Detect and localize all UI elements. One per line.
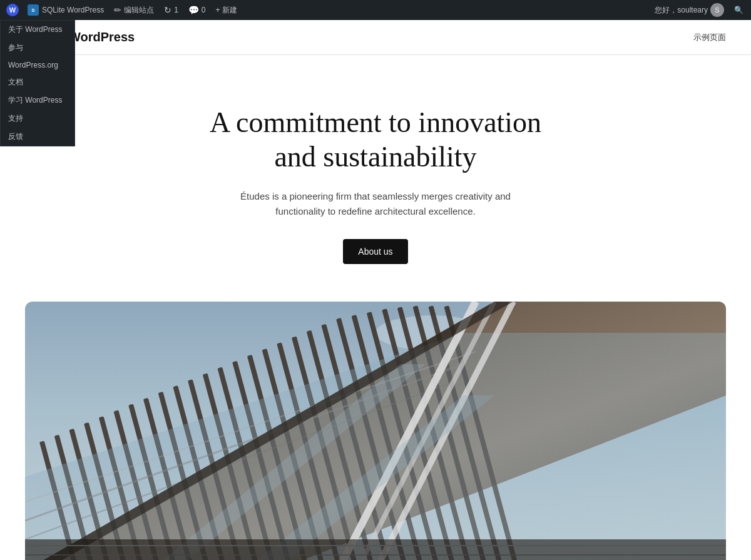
wp-logo-button[interactable]: W xyxy=(3,0,23,20)
user-avatar[interactable]: S xyxy=(710,3,724,17)
about-us-button[interactable]: About us xyxy=(343,239,407,264)
building-image xyxy=(25,302,726,560)
nav-sample-page[interactable]: 示例页面 xyxy=(693,32,726,43)
hero-subtitle: Études is a pioneering firm that seamles… xyxy=(225,189,526,219)
messages-count: 0 xyxy=(202,6,206,14)
comments-button[interactable]: ↻ 1 xyxy=(159,0,183,20)
new-label: + 新建 xyxy=(216,5,237,16)
dropdown-item-support[interactable]: 支持 xyxy=(1,109,74,128)
dropdown-item-participate[interactable]: 参与 xyxy=(1,39,74,57)
dropdown-item-about-wp[interactable]: 关于 WordPress xyxy=(1,21,74,39)
site-name-label: SQLite WordPress xyxy=(42,6,104,14)
edit-icon: ✏ xyxy=(114,5,121,15)
svg-rect-44 xyxy=(25,539,726,560)
admin-bar: W S SQLite WordPress ✏ 编辑站点 ↻ 1 💬 0 + 新建… xyxy=(0,0,751,20)
main-content: SQLite WordPress 示例页面 A commitment to in… xyxy=(0,20,751,560)
greeting-item: 您好， soulteary S xyxy=(650,0,729,20)
site-name-button[interactable]: S SQLite WordPress xyxy=(23,0,109,20)
greeting-text: 您好， xyxy=(655,5,677,16)
hero-section: A commitment to innovation and sustainab… xyxy=(0,55,751,302)
search-button[interactable]: 🔍 xyxy=(729,0,748,20)
hero-title: A commitment to innovation and sustainab… xyxy=(188,105,563,174)
site-header: SQLite WordPress 示例页面 xyxy=(0,20,751,55)
dropdown-item-wporg[interactable]: WordPress.org xyxy=(1,57,74,73)
username-text: soulteary xyxy=(677,6,708,14)
building-image-container xyxy=(25,302,726,560)
search-icon: 🔍 xyxy=(734,6,743,14)
refresh-icon: ↻ xyxy=(164,5,171,15)
dropdown-item-learn[interactable]: 学习 WordPress xyxy=(1,91,74,109)
edit-site-button[interactable]: ✏ 编辑站点 xyxy=(109,0,159,20)
new-content-button[interactable]: + 新建 xyxy=(211,0,242,20)
comments-count: 1 xyxy=(174,6,178,14)
dropdown-item-feedback[interactable]: 反馈 xyxy=(1,128,74,146)
wp-logo-icon: W xyxy=(6,4,19,16)
dropdown-item-docs[interactable]: 文档 xyxy=(1,73,74,91)
message-icon: 💬 xyxy=(188,5,199,15)
edit-site-label: 编辑站点 xyxy=(124,5,154,16)
messages-button[interactable]: 💬 0 xyxy=(183,0,211,20)
building-image-section xyxy=(0,302,751,560)
wp-dropdown-menu: 关于 WordPress 参与 WordPress.org 文档 学习 Word… xyxy=(0,20,75,146)
sqlite-icon: S xyxy=(28,4,39,16)
